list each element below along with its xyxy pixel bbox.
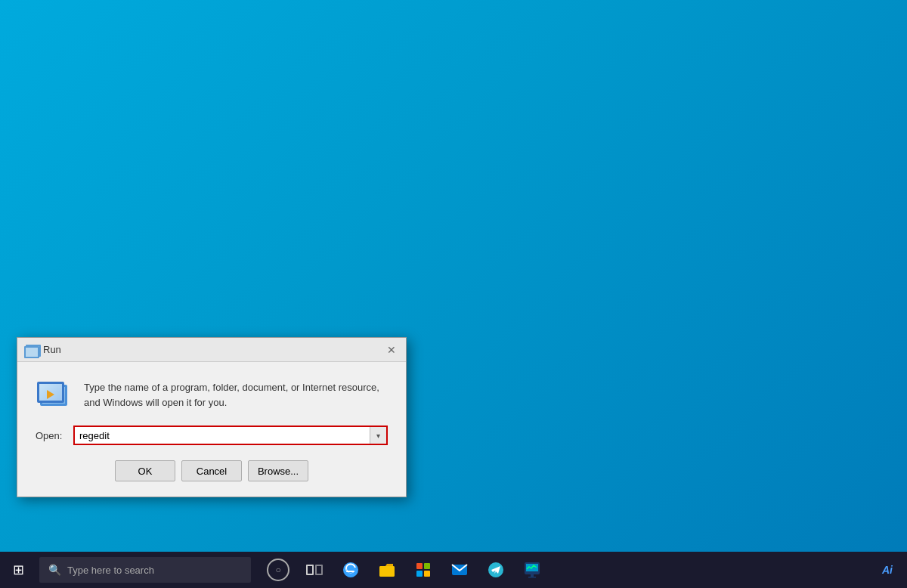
cortana-circle-icon: ○ (267, 559, 289, 581)
run-large-icon (36, 377, 72, 413)
start-button[interactable]: ⊞ (0, 552, 36, 588)
taskbar-telegram-button[interactable] (478, 552, 514, 588)
run-close-button[interactable]: ✕ (383, 342, 400, 358)
svg-rect-3 (379, 566, 395, 577)
windows-icon: ⊞ (13, 562, 24, 578)
search-placeholder-text: Type here to search (67, 565, 154, 576)
taskbar-mail-button[interactable] (441, 552, 478, 588)
run-input-wrapper[interactable]: ▾ (73, 426, 388, 445)
run-icon-front (37, 382, 64, 403)
run-title-bar: Run ✕ (17, 338, 406, 362)
svg-rect-6 (416, 571, 423, 577)
task-view-rect-1 (306, 565, 314, 575)
run-small-icon (24, 345, 38, 355)
telegram-icon (487, 561, 505, 579)
run-buttons-row: OK Cancel Browse... (36, 460, 388, 481)
taskbar-store-button[interactable] (405, 552, 441, 588)
task-view-rect-2 (315, 565, 323, 575)
run-body: Type the name of a program, folder, docu… (17, 362, 406, 497)
taskbar-search[interactable]: 🔍 Type here to search (39, 557, 251, 583)
run-open-row: Open: ▾ (36, 426, 388, 445)
run-icon-graphic (37, 382, 70, 409)
run-content-row: Type the name of a program, folder, docu… (36, 377, 388, 413)
run-browse-button[interactable]: Browse... (248, 460, 308, 481)
store-icon (414, 561, 432, 579)
taskbar-cortana-button[interactable]: ○ (260, 552, 296, 588)
run-icon-arrow (47, 390, 54, 399)
svg-rect-4 (416, 563, 423, 569)
run-description: Type the name of a program, folder, docu… (84, 377, 388, 410)
run-dropdown-button[interactable]: ▾ (370, 427, 386, 444)
run-input[interactable] (75, 429, 370, 443)
taskbar-tray: Ai (874, 552, 907, 588)
tray-cortana[interactable]: Ai (874, 552, 901, 588)
taskbar-taskmgr-button[interactable] (514, 552, 550, 588)
folder-icon (378, 561, 396, 579)
task-view-icon (306, 565, 323, 575)
svg-rect-1 (346, 571, 354, 572)
svg-rect-12 (531, 574, 534, 577)
edge-icon (342, 561, 360, 579)
taskbar-icons: ○ (260, 552, 550, 588)
taskbar-explorer-button[interactable] (369, 552, 405, 588)
search-icon: 🔍 (48, 564, 61, 576)
taskmgr-icon (523, 561, 541, 579)
mail-icon (450, 561, 469, 579)
taskbar-edge-button[interactable] (333, 552, 369, 588)
taskbar-taskview-button[interactable] (296, 552, 333, 588)
run-dialog: Run ✕ Type the name of a program, folder… (17, 337, 407, 497)
taskbar: ⊞ 🔍 Type here to search ○ (0, 552, 907, 588)
svg-rect-13 (528, 577, 536, 578)
run-open-label: Open: (36, 430, 67, 441)
run-cancel-button[interactable]: Cancel (181, 460, 242, 481)
ai-label: Ai (882, 564, 893, 576)
run-title-text: Run (43, 344, 383, 355)
desktop: Run ✕ Type the name of a program, folder… (0, 0, 907, 588)
run-ok-button[interactable]: OK (115, 460, 175, 481)
svg-rect-7 (424, 571, 430, 577)
svg-rect-5 (424, 563, 430, 569)
run-title-icon (23, 342, 39, 357)
